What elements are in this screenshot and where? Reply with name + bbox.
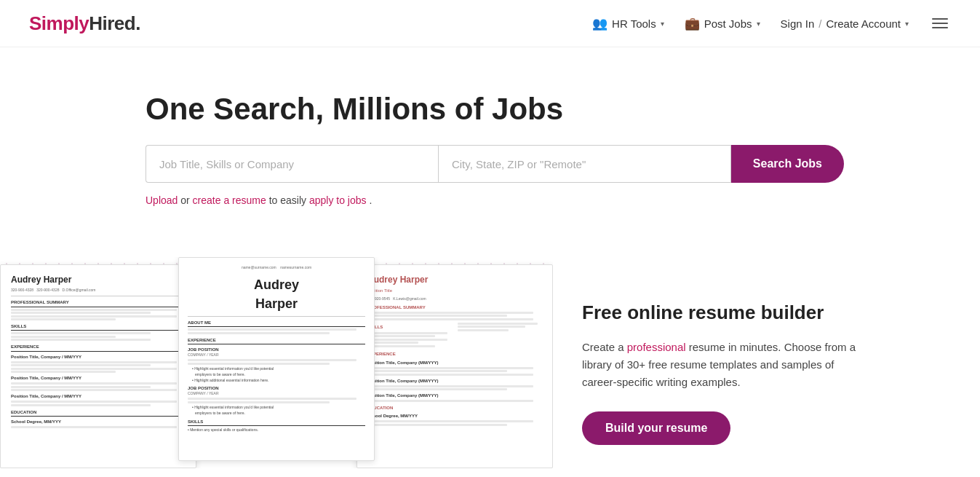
resume-classic-pos3: Position Title, Company / MM/YYY: [11, 393, 186, 399]
fake-text: [11, 361, 177, 363]
build-resume-button[interactable]: Build your resume: [582, 411, 730, 445]
upload-link[interactable]: Upload: [146, 194, 178, 206]
fake-text: [458, 329, 509, 331]
hamburger-line-1: [932, 18, 948, 20]
resume-modern-bullet4: • Highlight essential information you'd …: [192, 405, 365, 410]
fake-text: [11, 386, 151, 388]
fake-text: [11, 332, 151, 334]
fake-text: [11, 382, 177, 385]
resume-colored-contact: 320-920-9545 K.Lewis@gmail.com: [367, 296, 542, 301]
hamburger-menu[interactable]: [929, 15, 951, 31]
resume-colored-position: Position Title: [367, 288, 542, 293]
hr-tools-chevron-icon: ▾: [661, 20, 664, 28]
fake-text: [188, 401, 330, 403]
nav-right: 👥 HR Tools ▾ 💼 Post Jobs ▾ Sign In / Cre…: [592, 15, 951, 31]
fake-text: [11, 404, 151, 406]
hr-tools-label: HR Tools: [612, 17, 656, 30]
resume-modern-name: AudreyHarper: [188, 276, 365, 312]
hero-title: One Search, Millions of Jobs: [146, 91, 951, 127]
create-account-label: Create Account: [826, 17, 901, 30]
logo-simply: Simply: [29, 12, 89, 34]
resume-classic-line: [11, 296, 186, 296]
resume-modern-about: ABOUT ME: [188, 320, 365, 327]
logo-dot: .: [135, 12, 140, 34]
resume-modern-experience: EXPERIENCE: [188, 337, 365, 344]
resume-colored-name: Audrey Harper: [367, 274, 542, 286]
resume-modern-pos2: JOB POSITION: [188, 385, 365, 391]
builder-title: Free online resume builder: [582, 301, 936, 326]
fake-text: [11, 336, 116, 338]
fake-text: [367, 339, 447, 341]
fake-text: [367, 312, 533, 314]
fake-text: [188, 332, 330, 334]
resume-colored-summary: PROFESSIONAL SUMMARY: [367, 304, 542, 310]
location-search-input[interactable]: [438, 145, 731, 183]
fake-text: [367, 332, 447, 334]
fake-text: [367, 345, 435, 347]
hr-tools-icon: 👥: [592, 16, 607, 31]
resume-modern-bullet2: employers to be aware of here.: [195, 372, 365, 377]
resume-modern-company1: COMPANY / YEAR: [188, 352, 365, 358]
fake-text: [11, 339, 151, 341]
fake-text: [188, 398, 356, 400]
resume-previews-section: Audrey Harper 320-900-4328 320-900-4328 …: [0, 257, 553, 468]
fake-text: [367, 335, 435, 337]
fake-text: [11, 315, 177, 318]
fake-text: [11, 389, 177, 391]
nav-divider: /: [818, 17, 821, 30]
resume-classic-skills: SKILLS: [11, 323, 186, 331]
fake-text: [367, 315, 507, 317]
resume-colored-pos1: Position Title, Company (MM/YYY): [367, 360, 542, 366]
resume-classic-pos2: Position Title, Company / MM/YYY: [11, 375, 186, 381]
fake-text: [188, 363, 330, 365]
fake-text: [367, 342, 418, 344]
fake-text: [11, 426, 177, 428]
header: SimplyHired. 👥 HR Tools ▾ 💼 Post Jobs ▾ …: [0, 0, 980, 47]
resume-classic-experience: EXPERIENCE: [11, 344, 186, 351]
resume-modern-bullet5: employers to be aware of here.: [195, 411, 365, 416]
fake-text: [11, 312, 151, 314]
fake-text: [11, 364, 151, 366]
fake-text: [367, 420, 533, 422]
signin-area[interactable]: Sign In / Create Account ▾: [781, 17, 909, 30]
resume-modern-contact: name@surname.com namesurname.com: [188, 265, 365, 270]
fake-text: [367, 400, 533, 402]
fake-text: [367, 424, 507, 426]
resume-middle1: or: [180, 194, 192, 206]
apply-jobs-link[interactable]: apply to jobs: [309, 194, 367, 206]
lower-section: Audrey Harper 320-900-4328 320-900-4328 …: [0, 257, 980, 474]
create-resume-link[interactable]: create a resume: [193, 194, 266, 206]
fake-text: [188, 328, 356, 331]
fake-text: [188, 359, 356, 361]
resume-card-classic[interactable]: Audrey Harper 320-900-4328 320-900-4328 …: [0, 264, 196, 468]
resume-suffix: .: [369, 194, 372, 206]
resume-card-modern[interactable]: name@surname.com namesurname.com AudreyH…: [178, 257, 375, 461]
hero-section: One Search, Millions of Jobs Search Jobs…: [0, 47, 980, 235]
fake-text: [367, 318, 533, 320]
builder-highlight: professional: [627, 341, 686, 353]
fake-text: [11, 371, 116, 373]
builder-description: Create a professional resume in minutes.…: [582, 339, 859, 391]
resume-colored-pos2: Position Title, Company (MM/YYY): [367, 378, 542, 384]
resume-hint-text: Upload or create a resume to easily appl…: [146, 194, 951, 206]
hr-tools-nav[interactable]: 👥 HR Tools ▾: [592, 16, 664, 31]
signin-chevron-icon: ▾: [905, 20, 909, 28]
resume-colored-pos3: Position Title, Company (MM/YYY): [367, 393, 542, 398]
resume-classic-contact: 320-900-4328 320-900-4328 D.Office@gmail…: [11, 288, 186, 293]
job-search-input[interactable]: [146, 145, 438, 183]
resume-modern-line: [188, 316, 365, 317]
resume-builder-section: Free online resume builder Create a prof…: [553, 257, 980, 474]
resume-card-colored[interactable]: Audrey Harper Position Title 320-920-954…: [356, 264, 553, 468]
search-jobs-button[interactable]: Search Jobs: [731, 145, 844, 183]
hamburger-line-3: [932, 27, 948, 28]
logo[interactable]: SimplyHired.: [29, 12, 140, 35]
resume-modern-bullet3: • Highlight additional essential informa…: [192, 378, 365, 383]
fake-text: [458, 323, 538, 325]
resume-classic-professional: PROFESSIONAL SUMMARY: [11, 299, 186, 307]
post-jobs-nav[interactable]: 💼 Post Jobs ▾: [685, 16, 760, 31]
resume-middle2: to easily: [269, 194, 309, 206]
fake-text: [367, 388, 507, 390]
post-jobs-icon: 💼: [685, 16, 700, 31]
post-jobs-label: Post Jobs: [704, 17, 752, 30]
fake-text: [367, 374, 533, 376]
